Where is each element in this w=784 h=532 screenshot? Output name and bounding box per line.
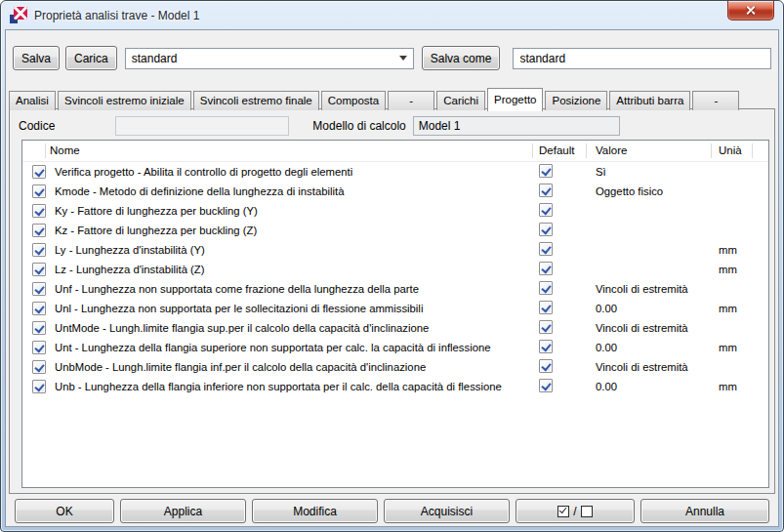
row-default-checkbox[interactable] — [539, 340, 553, 353]
row-enabled-checkbox[interactable] — [32, 380, 46, 393]
modify-button[interactable]: Modifica — [252, 499, 378, 523]
row-name: UnbMode - Lungh.limite flangia inf.per i… — [46, 361, 533, 373]
row-default-checkbox[interactable] — [539, 164, 553, 178]
header-spacer — [753, 143, 768, 158]
app-icon — [10, 7, 27, 23]
row-enabled-checkbox[interactable] — [32, 243, 46, 257]
tab-dash[interactable]: - — [388, 91, 434, 110]
row-name: Unl - Lunghezza non supportata per le so… — [46, 303, 533, 314]
close-icon — [746, 5, 757, 16]
model-label: Modello di calcolo — [312, 119, 405, 133]
table-row: UnbMode - Lungh.limite flangia inf.per i… — [22, 357, 768, 377]
table-row: UntMode - Lungh.limite flangia sup.per i… — [22, 318, 768, 338]
checked-box-icon — [557, 506, 569, 517]
row-enabled-checkbox[interactable] — [32, 302, 46, 315]
close-button[interactable] — [727, 1, 774, 20]
dialog-window: Proprietà analisi trave - Model 1 Salva … — [0, 0, 784, 532]
row-value[interactable]: 0.00 — [587, 303, 712, 314]
tab-analisi[interactable]: Analisi — [9, 91, 56, 110]
row-name: Kz - Fattore di lunghezza per buckling (… — [46, 225, 533, 236]
footer-buttonbar: OK Applica Modifica Acquisisci / Annulla — [6, 499, 778, 523]
row-value[interactable]: Sì — [587, 166, 712, 178]
row-value[interactable]: 0.00 — [587, 381, 712, 392]
properties-table: Nome Default Valore Unià Verifica proget… — [21, 140, 769, 488]
code-label: Codice — [19, 119, 55, 133]
row-enabled-checkbox[interactable] — [32, 165, 46, 179]
row-value[interactable]: Vincoli di estremità — [587, 322, 712, 334]
apply-button[interactable]: Applica — [120, 499, 246, 523]
row-unit: mm — [712, 303, 753, 314]
row-default-checkbox[interactable] — [539, 320, 553, 334]
row-name: Ly - Lunghezza d'instabilità (Y) — [46, 244, 533, 256]
table-row: Ky - Fattore di lunghezza per buckling (… — [22, 201, 768, 221]
row-unit: mm — [712, 244, 753, 256]
row-enabled-checkbox[interactable] — [32, 184, 46, 198]
save-as-input[interactable]: standard — [513, 48, 771, 69]
tab-carichi[interactable]: Carichi — [436, 91, 485, 110]
table-row: Lz - Lunghezza d'instabilità (Z)mm — [22, 260, 768, 279]
code-input[interactable] — [115, 116, 289, 136]
row-default-checkbox[interactable] — [539, 379, 553, 392]
ok-button[interactable]: OK — [15, 499, 114, 523]
row-value[interactable]: Vincoli di estremità — [587, 361, 712, 373]
header-checkbox-column — [22, 143, 46, 158]
title-bar[interactable]: Proprietà analisi trave - Model 1 — [1, 1, 783, 29]
row-default-checkbox[interactable] — [539, 301, 553, 314]
row-default-checkbox[interactable] — [539, 223, 553, 236]
row-name: Lz - Lunghezza d'instabilità (Z) — [46, 264, 533, 275]
table-row: Unb - Lunghezza della flangia inferiore … — [22, 377, 768, 396]
row-default-checkbox[interactable] — [539, 262, 553, 275]
tab-svincoli-estremo-iniziale[interactable]: Svincoli estremo iniziale — [58, 91, 191, 110]
row-enabled-checkbox[interactable] — [32, 263, 46, 276]
cancel-button[interactable]: Annulla — [640, 499, 769, 523]
row-unit: mm — [712, 264, 753, 275]
row-default-checkbox[interactable] — [539, 281, 553, 295]
row-default-checkbox[interactable] — [539, 184, 553, 197]
row-value[interactable]: 0.00 — [587, 342, 712, 353]
unchecked-box-icon — [581, 506, 593, 517]
profile-toolbar: Salva Carica standard Salva come standar… — [6, 30, 778, 70]
table-row: Kz - Fattore di lunghezza per buckling (… — [22, 221, 768, 240]
row-name: Unt - Lunghezza della flangia superiore … — [46, 342, 533, 353]
row-name: Kmode - Metodo di definizione della lung… — [46, 185, 533, 197]
row-enabled-checkbox[interactable] — [32, 204, 46, 218]
load-button[interactable]: Carica — [65, 46, 117, 70]
profile-dropdown[interactable]: standard — [125, 48, 414, 69]
code-model-row: Codice Modello di calcolo Model 1 — [10, 109, 774, 136]
acquire-button[interactable]: Acquisisci — [384, 499, 510, 523]
header-unit: Unià — [712, 143, 753, 158]
row-name: UntMode - Lungh.limite flangia sup.per i… — [46, 322, 533, 334]
row-default-checkbox[interactable] — [539, 359, 553, 373]
save-button[interactable]: Salva — [13, 46, 60, 70]
tab-dash[interactable]: - — [692, 91, 739, 110]
tab-attributi-barra[interactable]: Attributi barra — [609, 91, 690, 110]
row-enabled-checkbox[interactable] — [32, 321, 46, 335]
table-header: Nome Default Valore Unià — [22, 141, 768, 162]
row-enabled-checkbox[interactable] — [32, 282, 46, 296]
tab-strip: AnalisiSvincoli estremo inizialeSvincoli… — [9, 87, 778, 110]
tab-composta[interactable]: Composta — [321, 91, 386, 110]
row-enabled-checkbox[interactable] — [32, 341, 46, 354]
table-row: Kmode - Metodo di definizione della lung… — [22, 182, 768, 201]
row-unit: mm — [712, 381, 753, 392]
dialog-content: Salva Carica standard Salva come standar… — [5, 29, 779, 527]
row-value[interactable]: Oggetto fisico — [587, 185, 712, 197]
row-enabled-checkbox[interactable] — [32, 224, 46, 237]
row-value[interactable]: Vincoli di estremità — [587, 283, 712, 295]
save-as-button[interactable]: Salva come — [422, 46, 501, 70]
row-default-checkbox[interactable] — [539, 242, 553, 256]
header-name: Nome — [46, 143, 533, 158]
tab-progetto[interactable]: Progetto — [487, 88, 543, 111]
row-enabled-checkbox[interactable] — [32, 360, 46, 374]
table-row: Unl - Lunghezza non supportata per le so… — [22, 299, 768, 318]
row-name: Ky - Fattore di lunghezza per buckling (… — [46, 205, 533, 217]
row-name: Unb - Lunghezza della flangia inferiore … — [46, 381, 533, 392]
tab-svincoli-estremo-finale[interactable]: Svincoli estremo finale — [193, 91, 319, 110]
model-input[interactable]: Model 1 — [413, 116, 620, 136]
toggle-checkboxes-button[interactable]: / — [516, 499, 635, 523]
tab-posizione[interactable]: Posizione — [545, 91, 607, 110]
tab-panel-progetto: Codice Modello di calcolo Model 1 Nome D… — [9, 108, 775, 494]
toggle-separator: / — [573, 505, 576, 518]
row-default-checkbox[interactable] — [539, 203, 553, 217]
header-default: Default — [533, 143, 587, 158]
